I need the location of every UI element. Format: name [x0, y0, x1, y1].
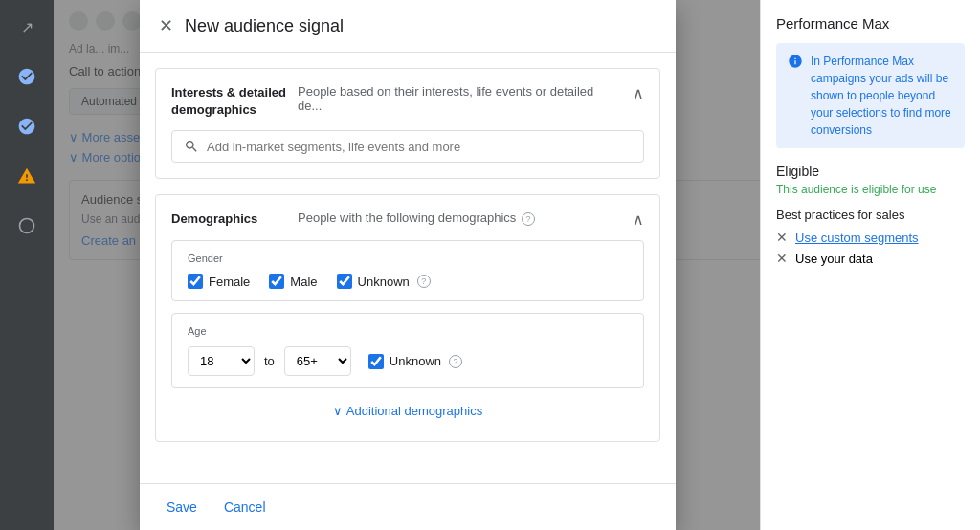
demographics-header: Demographics People with the following d…	[171, 210, 644, 229]
age-to-label: to	[264, 354, 275, 368]
right-panel: Performance Max In Performance Max campa…	[760, 0, 980, 530]
modal-body: Interests & detailed demographics People…	[140, 53, 676, 483]
trending-icon[interactable]: ↗	[10, 10, 44, 44]
gender-unknown-item[interactable]: Unknown ?	[337, 274, 431, 289]
age-to-select[interactable]: 24 34 44 54 64 65+	[284, 346, 351, 376]
sidebar: ↗	[0, 0, 54, 530]
cancel-button[interactable]: Cancel	[216, 496, 274, 519]
eligible-subtitle: This audience is eligible for use	[776, 183, 965, 196]
svg-point-0	[20, 219, 34, 233]
age-unknown-checkbox[interactable]	[368, 354, 384, 369]
performance-max-info-box: In Performance Max campaigns your ads wi…	[776, 43, 965, 148]
gender-female-item[interactable]: Female	[188, 274, 250, 289]
age-unknown-help-icon[interactable]: ?	[449, 355, 462, 368]
demographics-title: Demographics	[171, 210, 286, 228]
gender-male-item[interactable]: Male	[269, 274, 317, 289]
main-area: Ad la... im... Call to action ⓘ Automate…	[54, 0, 980, 530]
interests-search-input[interactable]	[207, 140, 632, 154]
right-panel-title: Performance Max	[776, 15, 965, 32]
interests-description: People based on their interests, life ev…	[286, 84, 633, 113]
modal-close-icon[interactable]: ✕	[159, 15, 173, 36]
age-from-select[interactable]: 18 25 35 45 55 65+	[188, 346, 255, 376]
modal-overlay: ✕ New audience signal Interests & detail…	[54, 0, 980, 530]
modal-footer: Save Cancel	[140, 483, 676, 530]
age-unknown-item[interactable]: Unknown ?	[368, 354, 462, 369]
gender-card: Gender Female Male	[171, 240, 644, 301]
additional-demographics-link[interactable]: ∨ Additional demographics	[171, 404, 644, 418]
interests-header: Interests & detailed demographics People…	[171, 84, 644, 119]
demographics-section: Demographics People with the following d…	[155, 194, 660, 442]
search-icon	[184, 139, 199, 154]
performance-max-info-text: In Performance Max campaigns your ads wi…	[811, 53, 953, 139]
modal-title: New audience signal	[185, 16, 344, 36]
practice-x-icon-2: ✕	[776, 251, 788, 266]
best-practices-title: Best practices for sales	[776, 208, 965, 222]
gender-options: Female Male Unknown ?	[188, 274, 628, 289]
gender-unknown-label: Unknown	[358, 275, 410, 289]
practice-link-1[interactable]: Use custom segments	[795, 231, 919, 245]
save-button[interactable]: Save	[159, 496, 205, 519]
check-icon-1[interactable]	[10, 59, 44, 94]
practice-item-1: ✕ Use custom segments	[776, 230, 965, 245]
interests-search-box[interactable]	[171, 130, 644, 163]
gender-unknown-checkbox[interactable]	[337, 274, 352, 289]
practice-label-2: Use your data	[795, 252, 873, 266]
modal-header: ✕ New audience signal	[140, 0, 676, 53]
check-icon-2[interactable]	[10, 109, 44, 144]
age-unknown-label: Unknown	[390, 354, 441, 368]
practice-x-icon-1: ✕	[776, 230, 788, 245]
gender-label: Gender	[188, 253, 628, 264]
gender-female-label: Female	[209, 275, 250, 289]
gender-male-label: Male	[290, 275, 317, 289]
additional-demographics-section: ∨ Additional demographics	[171, 400, 644, 426]
interests-section: Interests & detailed demographics People…	[155, 68, 660, 179]
demographics-help-icon[interactable]: ?	[522, 212, 535, 226]
age-row: 18 25 35 45 55 65+ to 24 34	[188, 346, 628, 376]
demographics-description: People with the following demographics ?	[286, 210, 633, 226]
chevron-down-icon: ∨	[333, 404, 343, 418]
gender-unknown-help-icon[interactable]: ?	[417, 275, 431, 288]
gender-female-checkbox[interactable]	[188, 274, 203, 289]
interests-collapse-icon[interactable]: ∧	[633, 84, 644, 102]
age-card: Age 18 25 35 45 55 65+ to	[171, 313, 644, 388]
age-label: Age	[188, 325, 628, 337]
circle-icon[interactable]	[10, 209, 44, 243]
modal-dialog: ✕ New audience signal Interests & detail…	[140, 0, 676, 530]
eligible-title: Eligible	[776, 164, 965, 179]
warning-icon[interactable]	[10, 159, 44, 193]
info-icon	[788, 54, 803, 72]
gender-male-checkbox[interactable]	[269, 274, 284, 289]
demographics-collapse-icon[interactable]: ∧	[633, 210, 644, 229]
practice-item-2: ✕ Use your data	[776, 251, 965, 266]
interests-title: Interests & detailed demographics	[171, 84, 286, 119]
